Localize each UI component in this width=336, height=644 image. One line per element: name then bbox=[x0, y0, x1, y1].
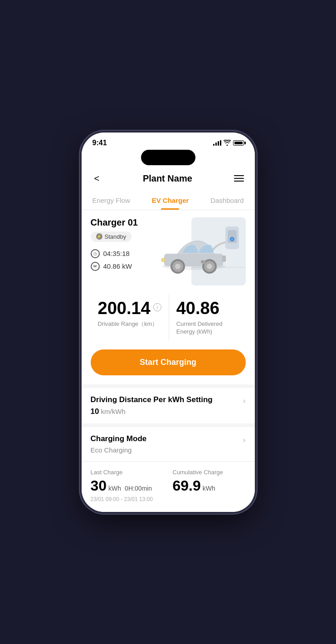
svg-point-13 bbox=[207, 264, 212, 269]
charging-mode-title: Charging Mode bbox=[91, 434, 147, 443]
tab-ev-charger[interactable]: EV Charger bbox=[145, 192, 196, 210]
charging-mode-content: Charging Mode Eco Charging bbox=[91, 434, 147, 454]
battery-icon bbox=[233, 140, 244, 146]
last-charge-dates: 23/01 09:00 - 23/01 13:00 bbox=[91, 496, 164, 502]
signal-icon bbox=[213, 140, 221, 146]
status-bar: 9:41 bbox=[82, 133, 255, 150]
cumulative-label: Cumulative Charge bbox=[173, 469, 246, 476]
chevron-right-icon-2: › bbox=[243, 435, 246, 445]
cumulative-unit: kWh bbox=[203, 485, 215, 492]
standby-icon: ⚡ bbox=[96, 233, 102, 240]
metrics-section: 200.14 i Drivable Range（km） 40.86 Curren… bbox=[82, 285, 255, 341]
energy-metric: 40.86 Current Delivered Energy (kWh) bbox=[169, 295, 246, 341]
energy-value-display: 40.86 bbox=[176, 299, 239, 318]
ev-illustration bbox=[155, 217, 246, 285]
svg-point-10 bbox=[175, 264, 180, 269]
time-stat: ◷ 04:35:18 bbox=[91, 249, 155, 258]
back-button[interactable]: < bbox=[91, 172, 103, 186]
range-label: Drivable Range（km） bbox=[98, 320, 161, 328]
ev-car-svg bbox=[155, 217, 246, 285]
charger-top: Charger 01 ⚡ Standby ◷ 04:35:18 W bbox=[91, 217, 246, 285]
power-stat: W 40.86 kW bbox=[91, 262, 155, 271]
driving-distance-content: Driving Distance Per kWh Setting 10 km/k… bbox=[91, 395, 213, 416]
info-icon[interactable]: i bbox=[153, 303, 161, 311]
start-charging-wrapper: Start Charging bbox=[82, 340, 255, 384]
tab-bar: Energy Flow EV Charger Dashboard bbox=[82, 192, 255, 210]
driving-distance-title: Driving Distance Per kWh Setting bbox=[91, 395, 213, 404]
page-title: Plant Name bbox=[143, 173, 192, 184]
charging-mode-row: Charging Mode Eco Charging › bbox=[91, 434, 246, 454]
status-label: Standby bbox=[105, 233, 127, 240]
menu-line-3 bbox=[234, 181, 244, 182]
tab-dashboard[interactable]: Dashboard bbox=[203, 192, 251, 210]
charger-stats: ◷ 04:35:18 W 40.86 kW bbox=[91, 249, 155, 271]
cumulative-value-row: 69.9 kWh bbox=[173, 477, 246, 494]
energy-label: Current Delivered Energy (kWh) bbox=[176, 320, 239, 336]
svg-point-14 bbox=[161, 258, 166, 262]
island-pill bbox=[141, 150, 195, 165]
power-value: 40.86 kW bbox=[103, 262, 132, 270]
main-content: Charger 01 ⚡ Standby ◷ 04:35:18 W bbox=[82, 210, 255, 512]
svg-point-17 bbox=[201, 261, 204, 263]
svg-point-5 bbox=[231, 238, 233, 240]
menu-line-1 bbox=[234, 175, 244, 176]
status-icons bbox=[213, 140, 244, 146]
last-charge-unit: kWh bbox=[108, 485, 121, 492]
charging-mode-section[interactable]: Charging Mode Eco Charging › bbox=[82, 423, 255, 461]
last-charge-duration: 0H:00min bbox=[125, 485, 152, 492]
status-badge: ⚡ Standby bbox=[91, 231, 132, 242]
time-value: 04:35:18 bbox=[103, 250, 130, 257]
cumulative-charge-col: Cumulative Charge 69.9 kWh bbox=[173, 469, 246, 502]
header: < Plant Name bbox=[82, 167, 255, 192]
menu-line-2 bbox=[234, 178, 244, 179]
status-time: 9:41 bbox=[93, 139, 107, 147]
charging-mode-value: Eco Charging bbox=[91, 446, 147, 454]
phone-screen: 9:41 bbox=[82, 133, 255, 512]
charge-history-section: Last Charge 30 kWh 0H:00min 23/01 09:00 … bbox=[82, 461, 255, 510]
last-charge-value-row: 30 kWh 0H:00min bbox=[91, 477, 164, 494]
range-metric: 200.14 i Drivable Range（km） bbox=[91, 295, 169, 341]
charger-name: Charger 01 bbox=[91, 217, 155, 228]
range-value-display: 200.14 i bbox=[98, 299, 161, 318]
driving-distance-row: Driving Distance Per kWh Setting 10 km/k… bbox=[91, 395, 246, 416]
cumulative-amount: 69.9 bbox=[173, 477, 201, 494]
charger-section: Charger 01 ⚡ Standby ◷ 04:35:18 W bbox=[82, 210, 255, 285]
tab-energy-flow[interactable]: Energy Flow bbox=[85, 192, 137, 210]
last-charge-amount: 30 bbox=[91, 477, 107, 494]
driving-distance-bold: 10 bbox=[91, 407, 99, 416]
start-charging-button[interactable]: Start Charging bbox=[91, 349, 246, 375]
charger-info: Charger 01 ⚡ Standby ◷ 04:35:18 W bbox=[91, 217, 155, 271]
last-charge-label: Last Charge bbox=[91, 469, 164, 476]
chevron-right-icon: › bbox=[243, 396, 246, 406]
driving-distance-section[interactable]: Driving Distance Per kWh Setting 10 km/k… bbox=[82, 384, 255, 423]
svg-rect-15 bbox=[222, 256, 226, 262]
phone-frame: 9:41 bbox=[80, 131, 257, 514]
menu-button[interactable] bbox=[232, 173, 246, 183]
driving-distance-value: 10 km/kWh bbox=[91, 407, 213, 416]
watt-icon: W bbox=[91, 262, 100, 271]
dynamic-island bbox=[82, 150, 255, 165]
driving-distance-unit: km/kWh bbox=[99, 408, 125, 415]
wifi-icon bbox=[224, 140, 231, 146]
last-charge-col: Last Charge 30 kWh 0H:00min 23/01 09:00 … bbox=[91, 469, 164, 502]
clock-icon: ◷ bbox=[91, 249, 100, 258]
